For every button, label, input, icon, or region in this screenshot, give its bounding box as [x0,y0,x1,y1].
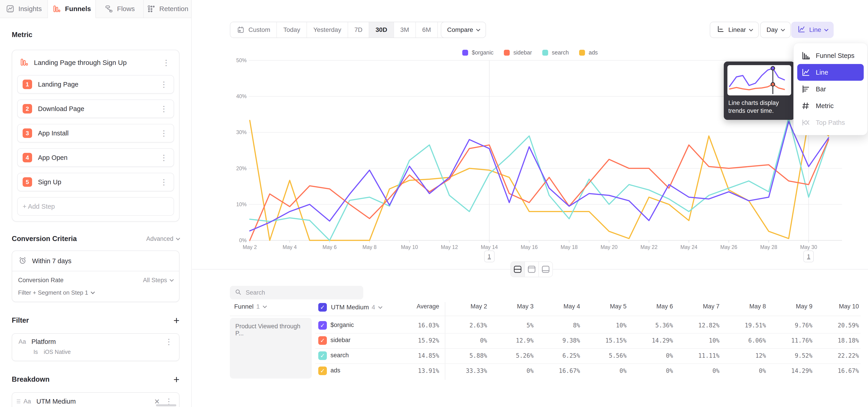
data-value: 22.22% [816,352,859,359]
kebab-menu-icon[interactable]: ⋮ [163,338,175,345]
series-name[interactable]: $organic [331,321,354,328]
menu-item-label: Line [816,69,828,76]
filter-value[interactable]: iOS Native [43,349,70,355]
drag-handle-icon[interactable] [17,401,20,402]
kebab-menu-icon[interactable]: ⋮ [160,59,172,66]
tab-insights[interactable]: Insights [0,0,48,18]
legend-label: search [552,49,569,56]
step-label: Sign Up [38,179,158,186]
funnel-metric-header[interactable]: Landing Page through Sign Up ⋮ [17,56,174,68]
kebab-menu-icon[interactable]: ⋮ [158,105,169,113]
x-tick-label: May 14 [473,244,505,250]
range-3m[interactable]: 3M [394,22,416,37]
sidebar-scrollbar[interactable] [156,404,176,406]
kebab-menu-icon[interactable]: ⋮ [158,81,169,88]
series-checkbox[interactable]: ✓ [318,336,327,345]
funnel-column-dropdown[interactable]: Funnel 1 [234,303,266,310]
chart-type-dropdown[interactable]: Line [791,22,834,38]
legend-item[interactable]: sidebar [504,49,532,56]
add-step-button[interactable]: + Add Step [17,197,174,216]
kebab-menu-icon[interactable]: ⋮ [163,398,175,405]
step-number-badge: 4 [23,153,32,162]
chevron-down-icon [476,27,480,31]
menu-item-funnel-steps[interactable]: Funnel Steps [797,47,864,64]
breakdown-property[interactable]: UTM Medium [36,398,154,405]
x-tick-label: May 30 [793,244,825,250]
kebab-menu-icon[interactable]: ⋮ [158,129,169,137]
annotation-badge[interactable]: 1 [484,251,495,262]
all-steps-dropdown[interactable]: All Steps [143,277,173,284]
funnel-step-3[interactable]: 3App Install⋮ [17,124,174,143]
scale-dropdown[interactable]: Linear [710,22,759,38]
menu-item-line[interactable]: Line [797,64,864,81]
chart-type-tooltip: Line charts display trends over time. [724,62,795,120]
advanced-dropdown[interactable]: Advanced [146,236,180,242]
kebab-menu-icon[interactable]: ⋮ [158,154,169,161]
kebab-menu-icon[interactable]: ⋮ [158,178,169,186]
data-value: 12.82% [677,322,719,329]
range-7d[interactable]: 7D [348,22,369,37]
range-yesterday[interactable]: Yesterday [307,22,348,37]
tab-flows[interactable]: Flows [96,0,144,18]
data-value: 0% [677,368,719,374]
funnel-step-1[interactable]: 1Landing Page⋮ [17,75,174,94]
range-6m[interactable]: 6M [416,22,438,37]
filter-property[interactable]: Platform [31,338,163,345]
date-column-header: May 6 [630,303,673,310]
step-number-badge: 5 [23,177,32,187]
series-name[interactable]: sidebar [331,337,350,344]
menu-item-metric[interactable]: Metric [797,97,864,114]
compare-label: Compare [447,26,473,33]
annotation-badge[interactable]: 1 [803,251,814,262]
tab-retention[interactable]: Retention [144,0,191,18]
breakdown-heading-row: Breakdown + [12,374,180,385]
view-toggle-table[interactable] [539,262,553,277]
funnel-step-5[interactable]: 5Sign Up⋮ [17,173,174,191]
average-value: 16.03% [396,322,439,329]
filter-segment-label: Filter + Segment on Step 1 [18,289,88,296]
conversion-window[interactable]: Within 7 days [12,251,179,271]
legend-item[interactable]: search [542,49,569,56]
app: InsightsFunnelsFlowsRetention Metric Lan… [0,0,868,407]
select-all-checkbox[interactable]: ✓ [318,303,327,312]
step-label: App Install [38,130,158,137]
series-checkbox[interactable]: ✓ [318,321,327,330]
legend-item[interactable]: ads [579,49,598,56]
filter-segment-dropdown[interactable]: Filter + Segment on Step 1 [12,286,179,302]
data-value: 6.25% [537,352,580,359]
compare-button[interactable]: Compare [441,22,486,38]
range-30d[interactable]: 30D [369,22,394,37]
menu-item-bar[interactable]: Bar [797,81,864,97]
step-number-badge: 2 [23,104,32,114]
range-today[interactable]: Today [277,22,307,37]
data-value: 11.11% [677,352,719,359]
series-name[interactable]: search [331,352,349,359]
search-icon [235,288,242,297]
chevron-down-icon [91,290,95,294]
conversion-criteria-row: Conversion Criteria Advanced [12,235,180,243]
tab-funnels[interactable]: Funnels [48,0,96,18]
funnel-step-4[interactable]: 4App Open⋮ [17,148,174,167]
granularity-dropdown[interactable]: Day [760,22,791,38]
view-toggle-group [510,261,553,277]
series-checkbox[interactable]: ✓ [318,351,327,360]
series-checkbox[interactable]: ✓ [318,367,327,375]
series-name[interactable]: ads [331,367,340,374]
add-filter-button[interactable]: + [174,315,180,325]
data-value: 6.06% [723,337,766,344]
search-input[interactable] [246,289,359,296]
legend-swatch [542,50,548,56]
breakdown-column-dropdown[interactable]: UTM Medium 4 [331,304,382,311]
view-toggle-split[interactable] [511,262,525,277]
text-type-icon: Aa [24,398,31,405]
filter-operator[interactable]: Is [33,349,38,355]
funnel-step-2[interactable]: 2Download Page⋮ [17,99,174,118]
legend-item[interactable]: $organic [462,49,493,56]
data-value: 14.29% [630,337,673,344]
linear-scale-icon [716,25,725,35]
view-toggle-chart[interactable] [525,262,539,277]
date-column-header: May 7 [677,303,719,310]
x-tick-label: May 6 [314,244,345,250]
range-custom[interactable]: Custom [230,22,277,37]
add-breakdown-button[interactable]: + [174,374,180,385]
